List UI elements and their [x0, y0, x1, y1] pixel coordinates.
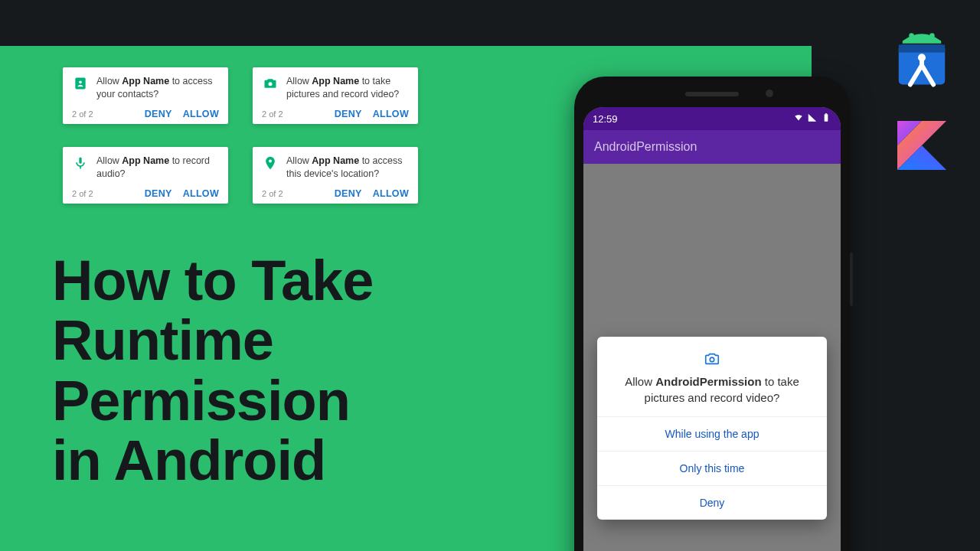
permission-counter: 2 of 2	[72, 109, 134, 119]
option-only-this-time[interactable]: Only this time	[597, 451, 827, 485]
svg-rect-12	[899, 44, 945, 52]
permission-card: Allow App Name to access your contacts? …	[63, 67, 228, 124]
permission-card: Allow App Name to access this device's l…	[253, 147, 418, 204]
wifi-icon	[793, 112, 804, 126]
status-time: 12:59	[593, 113, 793, 125]
svg-rect-6	[825, 114, 828, 121]
permission-counter: 2 of 2	[72, 189, 134, 198]
allow-button[interactable]: ALLOW	[373, 188, 409, 199]
permission-card: Allow App Name to record audio? 2 of 2 D…	[63, 147, 228, 204]
allow-button[interactable]: ALLOW	[373, 109, 409, 119]
mic-icon	[72, 155, 89, 171]
logo-stack	[890, 31, 954, 173]
app-bar-title: AndroidPermission	[594, 140, 697, 154]
camera-icon	[614, 350, 810, 367]
permission-message: Allow App Name to access your contacts?	[96, 75, 219, 101]
camera-icon	[262, 75, 279, 92]
battery-icon	[821, 112, 831, 126]
deny-button[interactable]: DENY	[145, 109, 172, 119]
permission-dialog: Allow AndroidPermission to take pictures…	[597, 337, 827, 520]
kotlin-icon	[897, 121, 946, 173]
phone-mockup: 12:59 AndroidPermission Allow AndroidPer…	[574, 77, 850, 551]
svg-rect-4	[80, 166, 81, 168]
permission-message: Allow App Name to record audio?	[96, 155, 219, 181]
permission-message: Allow App Name to access this device's l…	[286, 155, 409, 181]
svg-point-1	[79, 81, 82, 84]
allow-button[interactable]: ALLOW	[183, 109, 219, 119]
svg-point-2	[269, 82, 273, 86]
phone-side-button	[850, 253, 853, 306]
signal-icon	[807, 112, 818, 126]
permission-card-grid: Allow App Name to access your contacts? …	[63, 67, 418, 204]
android-studio-icon	[890, 31, 954, 98]
headline: How to Take Runtime Permission in Androi…	[52, 251, 373, 491]
status-bar: 12:59	[583, 107, 841, 130]
app-bar: AndroidPermission	[583, 130, 841, 164]
earpiece	[685, 92, 739, 96]
svg-point-5	[269, 159, 272, 162]
permission-card: Allow App Name to take pictures and reco…	[253, 67, 418, 124]
option-while-using[interactable]: While using the app	[597, 416, 827, 451]
dialog-message: Allow AndroidPermission to take pictures…	[614, 373, 810, 406]
allow-button[interactable]: ALLOW	[183, 188, 219, 199]
svg-rect-3	[79, 157, 81, 163]
deny-button[interactable]: DENY	[335, 188, 362, 199]
svg-point-13	[918, 54, 926, 61]
svg-rect-7	[825, 113, 827, 114]
contacts-icon	[72, 75, 89, 92]
permission-counter: 2 of 2	[262, 189, 324, 198]
deny-button[interactable]: DENY	[145, 188, 172, 199]
location-icon	[262, 155, 279, 171]
permission-counter: 2 of 2	[262, 109, 324, 119]
option-deny[interactable]: Deny	[597, 485, 827, 520]
svg-point-8	[710, 357, 714, 362]
permission-message: Allow App Name to take pictures and reco…	[286, 75, 409, 101]
front-camera	[766, 90, 773, 97]
phone-screen: 12:59 AndroidPermission Allow AndroidPer…	[583, 107, 841, 551]
deny-button[interactable]: DENY	[335, 109, 362, 119]
